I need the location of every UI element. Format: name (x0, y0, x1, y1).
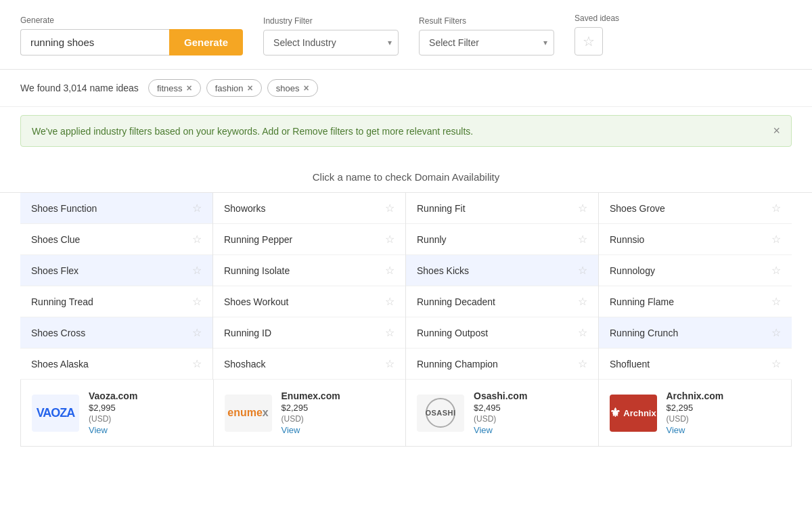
name-item[interactable]: Running Crunch ☆ (599, 317, 792, 349)
name-text: Running Decadent (417, 296, 495, 307)
favorite-star-icon[interactable]: ☆ (771, 202, 781, 215)
result-filter-section: Result Filters Select Filter Shortest Lo… (419, 16, 554, 55)
premium-card-osashi: OSASHI Osashi.com $2,495 (USD) View (406, 380, 599, 446)
name-column-0: Shoes Function ☆ Shoes Clue ☆ Shoes Flex… (20, 193, 213, 380)
favorite-star-icon[interactable]: ☆ (771, 326, 781, 339)
favorite-star-icon[interactable]: ☆ (771, 295, 781, 308)
name-text: Runnly (417, 234, 447, 245)
premium-price: $2,295 (667, 403, 724, 413)
premium-info: Vaoza.com $2,995 (USD) View (89, 390, 137, 435)
favorite-star-icon[interactable]: ☆ (192, 202, 202, 215)
name-item[interactable]: Runnly ☆ (406, 224, 598, 255)
name-column-1: Showorks ☆ Running Pepper ☆ Running Isol… (213, 193, 406, 380)
name-item[interactable]: Running Outpost ☆ (406, 317, 598, 349)
name-item[interactable]: Running Tread ☆ (20, 286, 212, 317)
tag-shoes-remove[interactable]: × (303, 83, 309, 93)
favorite-star-icon[interactable]: ☆ (385, 264, 394, 277)
industry-filter-section: Industry Filter Select Industry Fashion … (263, 16, 399, 55)
tag-fashion: fashion × (206, 79, 262, 97)
name-item[interactable]: Running ID ☆ (213, 317, 405, 349)
favorite-star-icon[interactable]: ☆ (385, 233, 394, 246)
premium-info: Enumex.com $2,295 (USD) View (281, 390, 340, 435)
tag-fashion-remove[interactable]: × (248, 83, 253, 93)
industry-label: Industry Filter (263, 16, 399, 26)
premium-view-link[interactable]: View (474, 425, 527, 435)
name-text: Running Outpost (417, 328, 488, 338)
tag-shoes-label: shoes (276, 83, 300, 93)
name-item[interactable]: Shoshack ☆ (213, 349, 405, 380)
favorite-star-icon[interactable]: ☆ (385, 357, 394, 370)
results-bar: We found 3,014 name ideas fitness × fash… (0, 70, 812, 107)
premium-info: Osashi.com $2,495 (USD) View (474, 390, 527, 435)
name-text: Running ID (224, 328, 271, 338)
name-text: Shoes Function (31, 203, 97, 214)
name-text: Shoes Alaska (31, 359, 89, 370)
favorite-star-icon[interactable]: ☆ (771, 233, 781, 246)
banner-close-button[interactable]: × (773, 124, 780, 138)
result-dropdown-wrapper: Select Filter Shortest Longest ▾ (419, 30, 554, 55)
name-item[interactable]: Running Fit ☆ (406, 193, 598, 224)
premium-view-link[interactable]: View (281, 425, 340, 435)
favorite-star-icon[interactable]: ☆ (192, 264, 202, 277)
favorite-star-icon[interactable]: ☆ (771, 357, 781, 370)
favorite-star-icon[interactable]: ☆ (192, 295, 202, 308)
name-item[interactable]: Shoes Function ☆ (20, 193, 212, 224)
generate-button[interactable]: Generate (169, 29, 243, 55)
name-item[interactable]: Running Flame ☆ (599, 286, 792, 317)
name-text: Running Flame (610, 296, 674, 307)
name-item[interactable]: Running Champion ☆ (406, 349, 598, 380)
premium-domain: Enumex.com (281, 390, 340, 401)
favorite-star-icon[interactable]: ☆ (192, 326, 202, 339)
favorite-star-icon[interactable]: ☆ (385, 295, 394, 308)
name-item[interactable]: Shoes Clue ☆ (20, 224, 212, 255)
favorite-star-icon[interactable]: ☆ (385, 202, 394, 215)
favorite-star-icon[interactable]: ☆ (192, 357, 202, 370)
name-item[interactable]: Runnology ☆ (599, 255, 792, 286)
premium-price: $2,995 (89, 403, 137, 413)
name-text: Running Tread (31, 296, 93, 307)
premium-domain: Osashi.com (474, 390, 527, 401)
vaoza-logo: VAOZA (32, 395, 79, 432)
favorite-star-icon[interactable]: ☆ (578, 202, 587, 215)
favorite-star-icon[interactable]: ☆ (385, 326, 394, 339)
name-item[interactable]: Running Pepper ☆ (213, 224, 405, 255)
premium-view-link[interactable]: View (89, 425, 137, 435)
favorite-star-icon[interactable]: ☆ (578, 295, 587, 308)
industry-select[interactable]: Select Industry Fashion Fitness Sports (263, 30, 399, 55)
saved-ideas-section: Saved ideas ☆ (574, 14, 619, 55)
premium-domain: Vaoza.com (89, 390, 137, 401)
name-item[interactable]: Showorks ☆ (213, 193, 405, 224)
favorite-star-icon[interactable]: ☆ (578, 357, 587, 370)
tag-fitness-label: fitness (157, 83, 183, 93)
favorite-star-icon[interactable]: ☆ (578, 233, 587, 246)
name-item[interactable]: Shoes Flex ☆ (20, 255, 212, 286)
tag-list: fitness × fashion × shoes × (148, 79, 318, 97)
saved-label: Saved ideas (574, 14, 619, 23)
name-item[interactable]: Shoes Workout ☆ (213, 286, 405, 317)
favorite-star-icon[interactable]: ☆ (578, 264, 587, 277)
name-item[interactable]: Runnsio ☆ (599, 224, 792, 255)
saved-ideas-button[interactable]: ☆ (574, 27, 603, 55)
premium-view-link[interactable]: View (667, 425, 724, 435)
name-item[interactable]: Running Decadent ☆ (406, 286, 598, 317)
name-item[interactable]: Shofluent ☆ (599, 349, 792, 380)
tag-fitness-remove[interactable]: × (186, 83, 191, 93)
premium-card-archnix: ⚜ Archnix Archnix.com $2,295 (USD) View (599, 380, 792, 446)
result-select[interactable]: Select Filter Shortest Longest (419, 30, 554, 55)
name-text: Shofluent (610, 359, 650, 370)
industry-dropdown-wrapper: Select Industry Fashion Fitness Sports ▾ (263, 30, 399, 55)
premium-currency: (USD) (667, 414, 724, 424)
favorite-star-icon[interactable]: ☆ (578, 326, 587, 339)
name-item[interactable]: Shoes Cross ☆ (20, 317, 212, 349)
name-item[interactable]: Running Isolate ☆ (213, 255, 405, 286)
name-text: Running Crunch (610, 328, 678, 338)
favorite-star-icon[interactable]: ☆ (192, 233, 202, 246)
results-count: We found 3,014 name ideas (20, 83, 139, 93)
generate-group: Generate (20, 29, 243, 55)
search-input[interactable] (20, 29, 169, 55)
name-item[interactable]: Shoes Grove ☆ (599, 193, 792, 224)
name-item[interactable]: Shoes Alaska ☆ (20, 349, 212, 380)
favorite-star-icon[interactable]: ☆ (771, 264, 781, 277)
name-item[interactable]: Shoes Kicks ☆ (406, 255, 598, 286)
generate-label: Generate (20, 16, 243, 25)
